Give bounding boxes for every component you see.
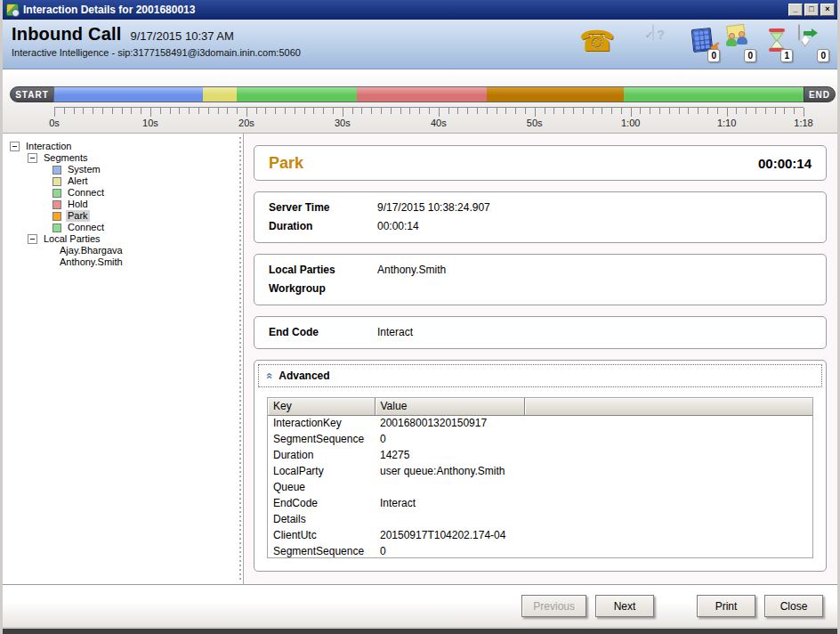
print-button[interactable]: Print bbox=[697, 595, 755, 617]
forward-bubble-icon[interactable]: 0 bbox=[798, 25, 828, 62]
close-window-button[interactable]: × bbox=[820, 4, 835, 16]
detail-section-2: End CodeInteract bbox=[254, 316, 827, 349]
tree-item-anthony-smith[interactable]: Anthony.Smith bbox=[3, 256, 238, 268]
timeline-segment-park[interactable] bbox=[487, 87, 624, 102]
segment-duration: 00:00:14 bbox=[758, 156, 812, 171]
ruler-tick bbox=[218, 108, 219, 114]
ruler-tick bbox=[429, 108, 430, 114]
segment-color-swatch bbox=[52, 224, 61, 232]
ruler-tick bbox=[467, 108, 468, 114]
field-label: Server Time bbox=[269, 199, 377, 217]
ruler-tick bbox=[688, 108, 689, 114]
timeline-segment-connect[interactable] bbox=[624, 87, 804, 102]
tree-item-hold[interactable]: Hold bbox=[3, 199, 238, 210]
timeline-segment-connect[interactable] bbox=[237, 87, 357, 102]
ruler-tick bbox=[361, 108, 362, 114]
participants-badge: 0 bbox=[744, 49, 756, 62]
ruler-tick bbox=[487, 108, 488, 114]
ruler-tick bbox=[794, 108, 795, 114]
field-row-workgroup: Workgroup bbox=[269, 280, 812, 298]
ruler-tick bbox=[525, 108, 526, 114]
ruler-tick bbox=[74, 108, 75, 114]
ruler-tick bbox=[563, 108, 564, 114]
ruler-tick bbox=[304, 108, 305, 114]
advanced-col-extra[interactable] bbox=[524, 398, 812, 415]
ruler-tick bbox=[765, 108, 766, 114]
ruler-label-0s: 0s bbox=[49, 118, 60, 128]
tree-item-label: Interaction bbox=[24, 141, 73, 152]
advanced-key: LocalParty bbox=[268, 463, 375, 479]
splitter[interactable] bbox=[238, 134, 244, 584]
timeline-segment-hold[interactable] bbox=[357, 87, 487, 102]
collapse-expander-icon[interactable] bbox=[28, 153, 37, 163]
tree-item-interaction[interactable]: Interaction bbox=[3, 141, 238, 152]
tree-item-connect[interactable]: Connect bbox=[3, 187, 238, 199]
tree-item-local-parties[interactable]: Local Parties bbox=[3, 233, 238, 245]
timeline-bar[interactable] bbox=[54, 87, 804, 102]
segment-title: Park bbox=[269, 154, 758, 173]
segment-color-swatch bbox=[52, 177, 61, 186]
ruler-tick bbox=[602, 108, 602, 114]
advanced-col-key[interactable]: Key bbox=[268, 398, 375, 415]
ruler-tick bbox=[189, 108, 190, 114]
ruler-tick bbox=[535, 108, 536, 117]
ruler-tick bbox=[631, 108, 632, 117]
ruler-tick bbox=[313, 108, 314, 114]
advanced-extra bbox=[524, 431, 812, 447]
hold-badge: 1 bbox=[780, 49, 793, 62]
participants-icon[interactable]: 0 bbox=[725, 25, 755, 62]
ruler-tick bbox=[112, 108, 113, 114]
timeline-ruler: 0s10s20s30s40s50s1:001:101:18 bbox=[54, 107, 804, 130]
advanced-value: 0 bbox=[375, 431, 524, 447]
tree-item-ajay-bhargava[interactable]: Ajay.Bhargava bbox=[3, 245, 238, 256]
close-button[interactable]: Close bbox=[764, 595, 823, 617]
tree-item-park[interactable]: Park bbox=[3, 210, 238, 222]
phone-icon[interactable]: ☎ bbox=[579, 25, 610, 62]
advanced-value: Interact bbox=[375, 495, 524, 511]
ruler-tick bbox=[457, 108, 458, 114]
tree-item-connect[interactable]: Connect bbox=[3, 222, 238, 233]
next-button[interactable]: Next bbox=[595, 595, 654, 617]
tree-item-system[interactable]: System bbox=[3, 164, 238, 175]
field-label: Workgroup bbox=[269, 280, 377, 298]
call-type-title: Inbound Call bbox=[12, 24, 122, 45]
maximize-button[interactable]: □ bbox=[804, 4, 819, 16]
segment-color-swatch bbox=[52, 189, 61, 198]
tree-item-alert[interactable]: Alert bbox=[3, 175, 238, 187]
ruler-label-30s: 30s bbox=[335, 118, 351, 128]
collapse-expander-icon[interactable] bbox=[28, 234, 37, 244]
previous-button[interactable]: Previous bbox=[521, 595, 586, 617]
ruler-tick bbox=[237, 108, 238, 114]
ruler-tick bbox=[295, 108, 295, 114]
advanced-extra bbox=[524, 495, 812, 511]
ruler-tick bbox=[611, 108, 612, 114]
forward-badge: 0 bbox=[817, 49, 829, 62]
window-bottom-edge bbox=[3, 627, 837, 634]
dialpad-icon[interactable]: ☛ 0 bbox=[689, 25, 719, 62]
ruler-label-40s: 40s bbox=[431, 118, 447, 128]
ruler-tick bbox=[477, 108, 478, 114]
minimize-button[interactable]: _ bbox=[788, 4, 803, 16]
advanced-value: 200168001320150917 bbox=[375, 415, 524, 431]
detail-section-1: Local PartiesAnthony.SmithWorkgroup bbox=[254, 254, 827, 305]
advanced-extra bbox=[524, 479, 812, 495]
advanced-extra bbox=[524, 511, 812, 527]
green-arrow-icon bbox=[804, 31, 812, 36]
hold-hourglass-icon[interactable]: 1 bbox=[762, 25, 792, 62]
advanced-row-interactionkey: InteractionKey200168001320150917 bbox=[268, 415, 812, 431]
timeline-segment-system[interactable] bbox=[54, 87, 203, 102]
tree-item-label: Hold bbox=[66, 199, 90, 210]
advanced-row-localparty: LocalPartyuser queue:Anthony.Smith bbox=[268, 463, 812, 479]
app-icon bbox=[6, 4, 19, 16]
collapse-expander-icon[interactable] bbox=[10, 142, 20, 151]
ruler-tick bbox=[54, 108, 55, 117]
ruler-tick bbox=[746, 108, 747, 114]
tree-item-segments[interactable]: Segments bbox=[3, 152, 238, 164]
field-value: 9/17/2015 10:38:24.907 bbox=[377, 199, 812, 217]
call-toolbar: ☎ ?✓ ☛ 0 0 bbox=[579, 25, 828, 62]
advanced-col-value[interactable]: Value bbox=[375, 398, 524, 415]
advanced-value bbox=[375, 511, 524, 527]
field-value: Interact bbox=[377, 323, 812, 342]
advanced-header[interactable]: « Advanced bbox=[258, 364, 822, 387]
timeline-segment-alert[interactable] bbox=[203, 87, 237, 102]
